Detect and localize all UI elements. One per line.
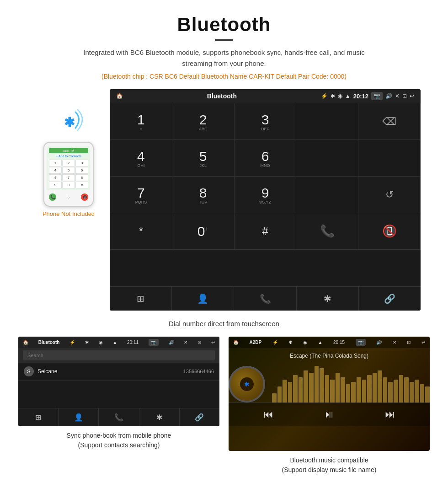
music-close-icon: ✕ — [393, 340, 396, 345]
phone-key-8: 7 — [62, 174, 75, 181]
music-next-btn[interactable]: ⏭ — [385, 408, 395, 420]
phone-key-6: 6 — [75, 167, 88, 174]
dial-key-5[interactable]: 5 JKL — [172, 140, 235, 177]
phone-add-contact: + Add to Contacts — [49, 155, 88, 158]
music-content-area: 🏠 A2DP ⚡ ✱ ◉ ▲ 20:15 📷 🔊 ✕ ⊡ ↩ Escape (T… — [229, 337, 430, 451]
header-description: Integrated with BC6 Bluetooth module, su… — [69, 47, 379, 69]
usb-icon: ⚡ — [321, 93, 328, 99]
music-song-title: Escape (The Pina Colada Song) — [229, 353, 430, 359]
pb-search-input[interactable] — [23, 350, 215, 360]
time-display: 20:12 — [353, 93, 368, 100]
pb-vol-icon: 🔊 — [169, 340, 174, 345]
pb-link-btn[interactable]: 🔗 — [180, 408, 219, 426]
dial-empty-2 — [296, 140, 358, 177]
phonebook-panel: 🏠 Bluetooth ⚡ ✱ ◉ ▲ 20:11 📷 🔊 ✕ ⊡ ↩ S Se — [18, 337, 219, 475]
toolbar-link-btn[interactable]: 🔗 — [359, 287, 421, 311]
phone-key-0: 0 — [62, 182, 75, 188]
pb-close-icon: ✕ — [184, 340, 187, 345]
pb-bt-btn[interactable]: ✱ — [139, 408, 180, 426]
music-bt-icon: ✱ — [288, 340, 292, 345]
dial-key-hash[interactable]: # — [235, 213, 297, 250]
phonebook-screen: 🏠 Bluetooth ⚡ ✱ ◉ ▲ 20:11 📷 🔊 ✕ ⊡ ↩ S Se — [18, 337, 219, 426]
dial-call-btn[interactable]: 📞 — [296, 213, 358, 250]
dial-empty-1 — [296, 103, 358, 140]
dial-key-star[interactable]: * — [110, 213, 172, 250]
phone-mock: ●●● M + Add to Contacts 1 2 3 4 5 6 4 7 … — [43, 142, 94, 207]
music-panel: 🏠 A2DP ⚡ ✱ ◉ ▲ 20:15 📷 🔊 ✕ ⊡ ↩ Escape (T… — [229, 337, 430, 475]
pb-time: 20:11 — [127, 340, 139, 345]
pb-keypad-btn[interactable]: ⊞ — [18, 408, 59, 426]
music-status-bar: 🏠 A2DP ⚡ ✱ ◉ ▲ 20:15 📷 🔊 ✕ ⊡ ↩ — [229, 337, 430, 348]
dial-key-2[interactable]: 2 ABC — [172, 103, 235, 140]
phone-keypad: 1 2 3 4 5 6 4 7 8 9 0 # — [49, 160, 88, 188]
music-album-inner: ✱ — [240, 377, 254, 391]
car-toolbar: ⊞ 👤 📞 ✱ 🔗 — [110, 286, 421, 311]
dial-backspace-btn[interactable]: ⌫ — [358, 103, 421, 140]
phonebook-caption: Sync phone-book from mobile phone(Suppor… — [18, 431, 219, 450]
music-signal: ▲ — [318, 340, 323, 345]
music-album-area: ✱ — [229, 366, 430, 402]
dial-key-7[interactable]: 7 PQRS — [110, 177, 172, 213]
pb-toolbar: ⊞ 👤 📞 ✱ 🔗 — [18, 408, 219, 426]
dial-reload-btn[interactable]: ↺ — [358, 177, 421, 213]
phone-key-5: 5 — [62, 167, 75, 174]
pb-contact-number: 13566664466 — [183, 369, 214, 374]
signal-icon: ▲ — [345, 93, 351, 99]
pb-camera-icon: 📷 — [149, 339, 159, 346]
phone-key-2: 2 — [62, 160, 75, 166]
pb-bt-icon: ✱ — [85, 340, 89, 345]
phone-key-1: 1 — [49, 160, 62, 166]
music-back-icon: ↩ — [421, 340, 425, 345]
window-icon: ⊡ — [402, 93, 407, 99]
phone-spacer: ○ — [68, 195, 70, 199]
pb-contacts-btn[interactable]: 👤 — [59, 408, 99, 426]
dial-key-4[interactable]: 4 GHI — [110, 140, 172, 177]
toolbar-phone-btn[interactable]: 📞 — [234, 287, 296, 311]
music-caption: Bluetooth music compatible(Support displ… — [229, 456, 430, 475]
bt-status-icon: ✱ — [331, 93, 335, 99]
pb-contact-row[interactable]: S Seicane 13566664466 — [18, 363, 219, 381]
volume-icon: 🔊 — [385, 93, 392, 99]
music-usb-icon: ⚡ — [272, 340, 278, 345]
toolbar-bluetooth-btn[interactable]: ✱ — [297, 287, 359, 311]
camera-icon: 📷 — [371, 92, 383, 100]
close-icon: ✕ — [395, 93, 400, 99]
music-play-pause-btn[interactable]: ⏯ — [324, 408, 334, 420]
music-visualizer — [272, 366, 430, 402]
music-prev-btn[interactable]: ⏮ — [263, 408, 273, 420]
toolbar-contacts-btn[interactable]: 👤 — [172, 287, 234, 311]
dial-key-6[interactable]: 6 MNO — [235, 140, 297, 177]
dial-key-3[interactable]: 3 DEF — [235, 103, 297, 140]
toolbar-keypad-btn[interactable]: ⊞ — [110, 287, 172, 311]
status-bar-right: ⚡ ✱ ◉ ▲ 20:12 📷 🔊 ✕ ⊡ ↩ — [321, 92, 414, 100]
main-caption: Dial number direct from touchscreen — [0, 315, 448, 337]
dial-key-9[interactable]: 9 WXYZ — [235, 177, 297, 213]
pb-title: Bluetooth — [38, 340, 60, 345]
dial-key-8[interactable]: 8 TUV — [172, 177, 235, 213]
music-bt-logo: ✱ — [244, 381, 250, 388]
phone-not-included-label: Phone Not Included — [43, 210, 95, 217]
music-screen: 🏠 A2DP ⚡ ✱ ◉ ▲ 20:15 📷 🔊 ✕ ⊡ ↩ Escape (T… — [229, 337, 430, 451]
pb-contact-name: Seicane — [37, 368, 183, 375]
dial-key-1[interactable]: 1 ⌾ — [110, 103, 172, 140]
music-title: A2DP — [250, 340, 262, 345]
music-loc-icon: ◉ — [303, 340, 307, 345]
pb-phone-btn[interactable]: 📞 — [99, 408, 139, 426]
pb-contact-avatar: S — [24, 366, 34, 376]
pb-search-container — [18, 348, 219, 363]
phone-status-bar: ●●● M — [49, 148, 88, 153]
dial-end-call-btn[interactable]: 📵 — [358, 213, 421, 250]
location-icon: ◉ — [338, 93, 342, 99]
page-header: Bluetooth Integrated with BC6 Bluetooth … — [0, 0, 448, 89]
pb-signal: ▲ — [112, 340, 117, 345]
phone-end-button: 📵 — [81, 193, 88, 201]
phone-key-hash: # — [75, 182, 88, 188]
music-vol-icon: 🔊 — [376, 340, 382, 345]
status-bar-title: Bluetooth — [207, 92, 237, 100]
phone-bottom: 📞 ○ 📵 — [47, 192, 90, 202]
music-controls: ⏮ ⏯ ⏭ — [229, 402, 430, 426]
status-bar-left: 🏠 — [116, 93, 123, 99]
title-divider — [215, 39, 233, 41]
header-note: (Bluetooth chip : CSR BC6 Default Blueto… — [18, 73, 430, 80]
dial-key-0[interactable]: 0+ — [172, 213, 235, 250]
